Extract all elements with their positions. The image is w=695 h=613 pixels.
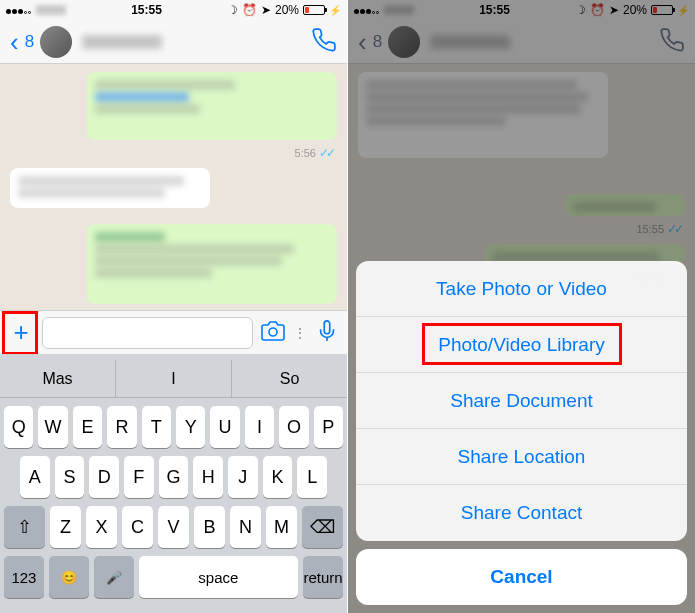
contact-name[interactable] [82,35,162,49]
read-checks-icon: ✓✓ [319,146,333,160]
message-out[interactable] [87,224,337,304]
sheet-share-location[interactable]: Share Location [356,429,687,485]
attach-plus-button[interactable]: + [6,318,36,348]
message-meta: 5:56 ✓✓ [10,146,337,160]
suggestion[interactable]: I [116,360,232,397]
phone-left: 15:55 ☽ ⏰ ➤ 20% ⚡ ‹ 8 5:56 ✓✓ [0,0,347,613]
backspace-key[interactable]: ⌫ [302,506,343,548]
charging-icon: ⚡ [329,5,341,16]
key[interactable]: E [73,406,102,448]
more-dots-icon: ⋮ [293,325,307,341]
status-time: 15:55 [131,3,162,17]
input-bar: + ⋮ [0,310,347,354]
key[interactable]: W [38,406,67,448]
message-input[interactable] [42,317,253,349]
sheet-cancel-button[interactable]: Cancel [356,549,687,605]
numbers-key[interactable]: 123 [4,556,44,598]
key-row-1: Q W E R T Y U I O P [0,398,347,448]
sheet-share-contact[interactable]: Share Contact [356,485,687,541]
battery-icon [303,5,325,15]
key[interactable]: R [107,406,136,448]
action-sheet: Take Photo or Video Photo/Video Library … [356,261,687,605]
key-row-2: A S D F G H J K L [0,448,347,498]
key[interactable]: N [230,506,261,548]
message-out[interactable] [87,72,337,140]
key[interactable]: M [266,506,297,548]
alarm-icon: ⏰ [242,3,257,17]
key[interactable]: K [263,456,293,498]
suggestion[interactable]: Mas [0,360,116,397]
key[interactable]: H [193,456,223,498]
status-bar: 15:55 ☽ ⏰ ➤ 20% ⚡ [0,0,347,20]
sheet-take-photo[interactable]: Take Photo or Video [356,261,687,317]
call-icon[interactable] [311,27,337,57]
svg-point-0 [269,328,277,336]
shift-key[interactable]: ⇧ [4,506,45,548]
key[interactable]: S [55,456,85,498]
key[interactable]: I [245,406,274,448]
back-count[interactable]: 8 [25,32,34,52]
do-not-disturb-icon: ☽ [227,3,238,17]
message-in[interactable] [10,168,210,208]
mic-icon[interactable] [313,320,341,346]
key[interactable]: T [142,406,171,448]
key-row-3: ⇧ Z X C V B N M ⌫ [0,498,347,548]
sheet-photo-library[interactable]: Photo/Video Library [356,317,687,373]
key[interactable]: D [89,456,119,498]
key[interactable]: P [314,406,343,448]
key[interactable]: B [194,506,225,548]
message-time: 5:56 [295,147,316,159]
return-key[interactable]: return [303,556,343,598]
battery-pct: 20% [275,3,299,17]
location-icon: ➤ [261,3,271,17]
key[interactable]: F [124,456,154,498]
key[interactable]: Q [4,406,33,448]
key[interactable]: Z [50,506,81,548]
nav-bar: ‹ 8 [0,20,347,64]
key[interactable]: L [297,456,327,498]
keyboard: Mas I So Q W E R T Y U I O P A S D F G H… [0,354,347,613]
camera-icon[interactable] [259,319,287,347]
key[interactable]: U [210,406,239,448]
key-row-4: 123 😊 🎤 space return [0,548,347,604]
emoji-key[interactable]: 😊 [49,556,89,598]
key[interactable]: Y [176,406,205,448]
sheet-item-label: Photo/Video Library [438,334,605,356]
space-key[interactable]: space [139,556,299,598]
key[interactable]: X [86,506,117,548]
signal-dots-icon [6,3,32,17]
key[interactable]: A [20,456,50,498]
back-chevron-icon[interactable]: ‹ [10,29,19,55]
key[interactable]: O [279,406,308,448]
key[interactable]: G [159,456,189,498]
key[interactable]: J [228,456,258,498]
suggestion[interactable]: So [232,360,347,397]
sheet-share-document[interactable]: Share Document [356,373,687,429]
phone-right: 15:55 ☽ ⏰ ➤ 20% ⚡ ‹ 8 [348,0,695,613]
avatar[interactable] [40,26,72,58]
dictation-key[interactable]: 🎤 [94,556,134,598]
key[interactable]: V [158,506,189,548]
key[interactable]: C [122,506,153,548]
carrier-label [36,5,66,15]
